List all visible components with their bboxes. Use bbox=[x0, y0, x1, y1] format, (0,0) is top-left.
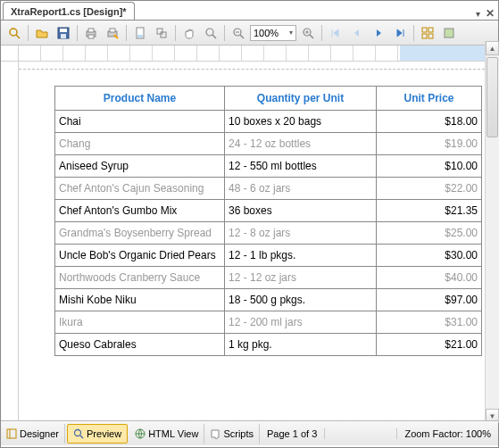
svg-point-0 bbox=[10, 29, 17, 36]
tab-htmlview[interactable]: HTML View bbox=[129, 424, 204, 444]
print-button[interactable] bbox=[81, 23, 101, 43]
multipage-button[interactable] bbox=[418, 23, 437, 43]
svg-rect-26 bbox=[428, 34, 433, 38]
header-name: Product Name bbox=[55, 87, 225, 111]
table-row: Northwoods Cranberry Sauce12 - 12 oz jar… bbox=[55, 267, 482, 289]
tab-scripts-label: Scripts bbox=[223, 428, 254, 439]
cell-qty: 18 - 500 g pkgs. bbox=[225, 289, 377, 311]
cell-price: $21.35 bbox=[377, 200, 482, 222]
cell-price: $10.00 bbox=[377, 155, 482, 178]
cell-qty: 1 kg pkg. bbox=[225, 334, 377, 356]
tab-scripts[interactable]: Scripts bbox=[204, 424, 260, 444]
svg-rect-28 bbox=[7, 429, 16, 438]
cell-qty: 12 - 12 oz jars bbox=[225, 267, 377, 289]
cell-qty: 48 - 6 oz jars bbox=[225, 178, 377, 200]
cell-name: Northwoods Cranberry Sauce bbox=[55, 267, 225, 289]
tab-designer-label: Designer bbox=[20, 428, 59, 439]
cell-name: Chai bbox=[55, 111, 225, 133]
table-row: Chai10 boxes x 20 bags$18.00 bbox=[55, 111, 482, 133]
ruler-vertical bbox=[1, 62, 19, 420]
cell-name: Queso Cabrales bbox=[55, 334, 225, 356]
table-row: Queso Cabrales1 kg pkg.$21.00 bbox=[55, 334, 482, 356]
tab-preview[interactable]: Preview bbox=[67, 424, 128, 444]
document-tab-title: XtraReport1.cs [Design]* bbox=[11, 6, 127, 17]
preview-icon bbox=[73, 428, 84, 439]
cell-qty: 12 - 200 ml jars bbox=[225, 311, 377, 334]
svg-line-22 bbox=[310, 35, 313, 38]
svg-line-15 bbox=[212, 35, 216, 38]
cell-name: Ikura bbox=[55, 311, 225, 334]
cell-price: $22.00 bbox=[377, 178, 482, 200]
table-row: Mishi Kobe Niku18 - 500 g pkgs.$97.00 bbox=[55, 289, 482, 311]
svg-rect-7 bbox=[88, 35, 94, 38]
zoom-input[interactable]: 100%▾ bbox=[250, 25, 296, 41]
table-row: Uncle Bob's Organic Dried Pears12 - 1 lb… bbox=[55, 245, 482, 267]
report-table: Product Name Quantity per Unit Unit Pric… bbox=[54, 86, 482, 356]
svg-point-14 bbox=[206, 29, 213, 36]
svg-rect-3 bbox=[60, 29, 67, 32]
cell-name: Aniseed Syrup bbox=[55, 155, 225, 178]
tab-close-icon[interactable]: ✕ bbox=[486, 7, 495, 20]
tab-htmlview-label: HTML View bbox=[148, 428, 198, 439]
cell-price: $31.00 bbox=[377, 311, 482, 334]
table-row: Ikura12 - 200 ml jars$31.00 bbox=[55, 311, 482, 334]
svg-rect-11 bbox=[137, 35, 143, 37]
cell-qty: 12 - 8 oz jars bbox=[225, 222, 377, 245]
cell-qty: 12 - 550 ml bottles bbox=[225, 155, 377, 178]
tab-dropdown-icon[interactable]: ▾ bbox=[476, 9, 480, 19]
table-row: Grandma's Boysenberry Spread12 - 8 oz ja… bbox=[55, 222, 482, 245]
scale-button[interactable] bbox=[152, 23, 171, 43]
report-canvas[interactable]: Product Name Quantity per Unit Unit Pric… bbox=[19, 62, 498, 420]
cell-price: $40.00 bbox=[377, 267, 482, 289]
table-row: Chef Anton's Cajun Seasoning48 - 6 oz ja… bbox=[55, 178, 482, 200]
tab-designer[interactable]: Designer bbox=[1, 424, 65, 444]
svg-rect-13 bbox=[161, 32, 166, 37]
cell-qty: 24 - 12 oz bottles bbox=[225, 133, 377, 155]
quick-print-button[interactable] bbox=[103, 23, 122, 43]
table-row: Chef Anton's Gumbo Mix36 boxes$21.35 bbox=[55, 200, 482, 222]
magnifier-button[interactable] bbox=[201, 23, 220, 43]
cell-name: Uncle Bob's Organic Dried Pears bbox=[55, 245, 225, 267]
zoom-out-button[interactable] bbox=[229, 23, 248, 43]
cell-name: Mishi Kobe Niku bbox=[55, 289, 225, 311]
svg-line-1 bbox=[16, 35, 20, 38]
cell-name: Grandma's Boysenberry Spread bbox=[55, 222, 225, 245]
cell-name: Chef Anton's Cajun Seasoning bbox=[55, 178, 225, 200]
open-button[interactable] bbox=[32, 23, 52, 43]
cell-price: $25.00 bbox=[377, 222, 482, 245]
cell-qty: 12 - 1 lb pkgs. bbox=[225, 245, 377, 267]
zoom-value: 100% bbox=[254, 28, 279, 38]
last-page-button[interactable] bbox=[390, 23, 410, 43]
vertical-scrollbar[interactable]: ▲ ▼ bbox=[485, 41, 499, 423]
cell-price: $21.00 bbox=[377, 334, 482, 356]
table-row: Aniseed Syrup12 - 550 ml bottles$10.00 bbox=[55, 155, 482, 178]
scroll-up-icon[interactable]: ▲ bbox=[486, 41, 499, 55]
scroll-thumb[interactable] bbox=[487, 57, 498, 137]
svg-line-31 bbox=[80, 436, 83, 438]
tab-preview-label: Preview bbox=[87, 428, 121, 439]
document-tab[interactable]: XtraReport1.cs [Design]* bbox=[3, 2, 135, 20]
table-header-row: Product Name Quantity per Unit Unit Pric… bbox=[55, 87, 482, 111]
svg-rect-12 bbox=[157, 29, 162, 34]
cell-qty: 10 boxes x 20 bags bbox=[225, 111, 377, 133]
svg-rect-6 bbox=[88, 29, 94, 32]
page-setup-button[interactable] bbox=[130, 23, 150, 43]
html-icon bbox=[135, 428, 146, 439]
save-button[interactable] bbox=[54, 23, 73, 43]
page-indicator: Page 1 of 3 bbox=[260, 428, 325, 439]
header-price: Unit Price bbox=[377, 87, 482, 111]
next-page-button[interactable] bbox=[369, 23, 388, 43]
hand-tool-button[interactable] bbox=[179, 23, 199, 43]
color-button[interactable] bbox=[439, 23, 459, 43]
svg-rect-25 bbox=[422, 34, 427, 38]
first-page-button[interactable] bbox=[326, 23, 345, 43]
header-qty: Quantity per Unit bbox=[225, 87, 377, 111]
search-button[interactable] bbox=[4, 23, 24, 43]
prev-page-button[interactable] bbox=[347, 23, 367, 43]
zoom-indicator: Zoom Factor: 100% bbox=[396, 428, 498, 439]
table-row: Chang24 - 12 oz bottles$19.00 bbox=[55, 133, 482, 155]
cell-qty: 36 boxes bbox=[225, 200, 377, 222]
zoom-in-button[interactable] bbox=[298, 23, 318, 43]
cell-name: Chang bbox=[55, 133, 225, 155]
svg-rect-9 bbox=[110, 29, 115, 32]
